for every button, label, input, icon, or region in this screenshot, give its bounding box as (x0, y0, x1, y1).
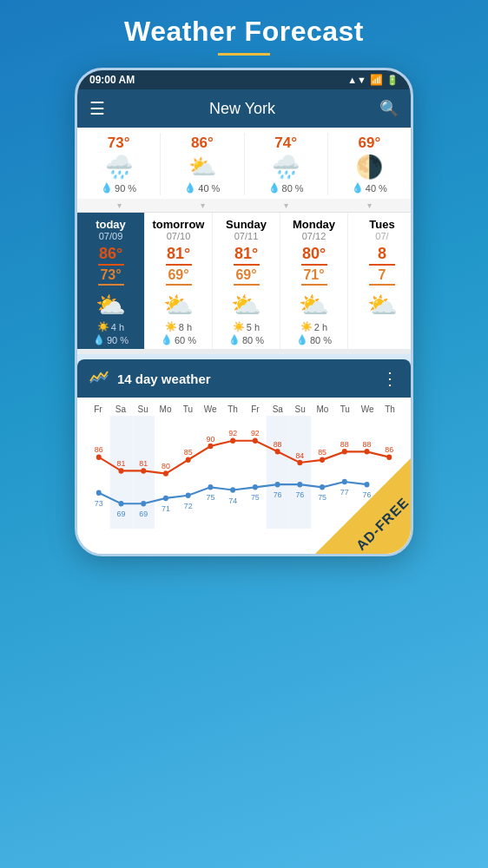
svg-text:80: 80 (162, 462, 170, 470)
svg-text:85: 85 (184, 448, 193, 457)
hourly-rain: 💧40 % (352, 182, 387, 194)
svg-point-38 (163, 496, 168, 502)
svg-text:74: 74 (228, 496, 237, 504)
day-low: 69° (168, 267, 188, 283)
sun-icon: ☀️ (165, 321, 177, 332)
chart-day-label: Fr (88, 404, 109, 414)
hourly-cell: 69° 🌗 💧40 % (328, 133, 411, 195)
day-weather-icon: ⛅ (231, 291, 261, 319)
svg-point-52 (320, 484, 325, 490)
day-col: Monday 07/12 80° 71° ⛅ ☀️2 h 💧80 % (280, 213, 348, 349)
chart-day-label: Th (222, 404, 243, 414)
svg-point-10 (163, 470, 168, 477)
svg-point-42 (208, 484, 213, 490)
signal-icon: ▲▼ (347, 75, 366, 85)
hourly-cell: 74° 🌧️ 💧80 % (245, 133, 328, 195)
sun-icon: ☀️ (97, 321, 109, 332)
day-label: Tues (366, 213, 398, 231)
svg-text:86: 86 (385, 445, 393, 454)
svg-text:71: 71 (162, 504, 170, 513)
hourly-temp: 69° (359, 135, 381, 152)
svg-text:69: 69 (117, 510, 126, 518)
status-time: 09:00 AM (89, 74, 135, 86)
day-sun: ☀️2 h (300, 321, 327, 332)
svg-text:77: 77 (340, 488, 349, 496)
chart-day-label: Tu (334, 404, 355, 414)
svg-text:76: 76 (363, 490, 372, 499)
arrow-row: ▾▾▾▾ (77, 199, 411, 212)
chart-day-label: Su (133, 404, 154, 414)
svg-text:84: 84 (295, 450, 304, 459)
svg-text:92: 92 (228, 429, 237, 437)
day-rain: 💧80 % (228, 334, 264, 345)
chart-day-label: Su (290, 404, 311, 414)
day-high: 81° (167, 245, 190, 263)
battery-icon: 🔋 (386, 75, 399, 86)
svg-text:75: 75 (318, 493, 326, 502)
rain-icon: 💧 (228, 334, 241, 345)
daily-section: today 07/09 86° 73° ⛅ ☀️4 h 💧90 % tomorr… (77, 213, 411, 349)
day-rain: 💧90 % (93, 334, 129, 345)
day-date: 07/10 (167, 231, 191, 245)
day-sun: ☀️4 h (97, 321, 124, 332)
day-high: 8 (378, 245, 386, 263)
menu-icon[interactable]: ☰ (89, 98, 105, 119)
hourly-rain: 💧40 % (184, 182, 220, 194)
hourly-weather-icon: 🌗 (355, 154, 383, 181)
search-icon[interactable]: 🔍 (379, 99, 399, 118)
hourly-cell: 86° ⛅ 💧40 % (161, 133, 244, 195)
page-title: Weather Forecast (124, 16, 364, 48)
svg-rect-2 (267, 416, 289, 529)
day-low: 73° (100, 267, 121, 283)
rain-icon: 💧 (161, 334, 173, 345)
fourteen-more-icon[interactable]: ⋮ (381, 368, 399, 389)
arrow-cell: ▾ (77, 199, 161, 212)
svg-text:88: 88 (340, 440, 349, 449)
day-label: Sunday (222, 213, 270, 231)
svg-point-18 (253, 438, 258, 444)
day-weather-icon: ⛅ (163, 291, 194, 319)
svg-text:90: 90 (206, 434, 214, 443)
hourly-rain: 💧80 % (268, 182, 304, 194)
day-high: 86° (99, 245, 122, 263)
chart-day-label: Th (379, 404, 400, 414)
svg-point-22 (297, 460, 302, 466)
day-col: Tues 07/ 8 7 ⛅ (348, 213, 411, 349)
toolbar: ☰ New York 🔍 (77, 89, 411, 128)
svg-point-50 (297, 482, 302, 488)
svg-point-16 (230, 438, 235, 444)
hourly-temp: 74° (274, 135, 297, 152)
svg-point-40 (186, 493, 191, 499)
day-col: tomorrow 07/10 81° 69° ⛅ ☀️8 h 💧60 % (145, 213, 213, 349)
sun-icon: ☀️ (300, 321, 313, 332)
svg-text:88: 88 (274, 440, 282, 449)
day-rain: 💧80 % (296, 334, 332, 345)
rain-drop-icon: 💧 (184, 182, 196, 194)
svg-point-24 (320, 457, 325, 464)
day-label: tomorrow (149, 213, 208, 231)
day-high: 81° (234, 245, 258, 263)
fourteen-chart-icon (89, 369, 109, 389)
svg-point-32 (96, 490, 102, 496)
svg-point-30 (386, 454, 392, 460)
svg-text:73: 73 (95, 498, 103, 507)
svg-text:76: 76 (274, 490, 282, 499)
day-high: 80° (302, 245, 326, 263)
day-low: 71° (303, 267, 324, 283)
svg-point-20 (275, 449, 280, 455)
svg-text:81: 81 (117, 459, 126, 468)
chart-day-label: Tu (177, 404, 198, 414)
svg-text:69: 69 (139, 510, 148, 518)
day-low: 69° (235, 267, 256, 283)
hourly-weather-icon: 🌧️ (272, 154, 300, 181)
svg-text:72: 72 (184, 502, 193, 510)
hourly-weather-icon: 🌧️ (105, 154, 133, 181)
sun-icon: ☀️ (233, 321, 245, 332)
svg-text:75: 75 (251, 493, 260, 502)
day-low: 7 (379, 267, 386, 283)
svg-point-14 (208, 444, 213, 450)
fourteen-header: 14 day weather ⋮ (77, 359, 411, 398)
chart-days-row: FrSaSuMoTuWeThFrSaSuMoTuWeTh (86, 404, 402, 414)
svg-text:92: 92 (251, 429, 260, 437)
rain-drop-icon: 💧 (268, 182, 280, 194)
